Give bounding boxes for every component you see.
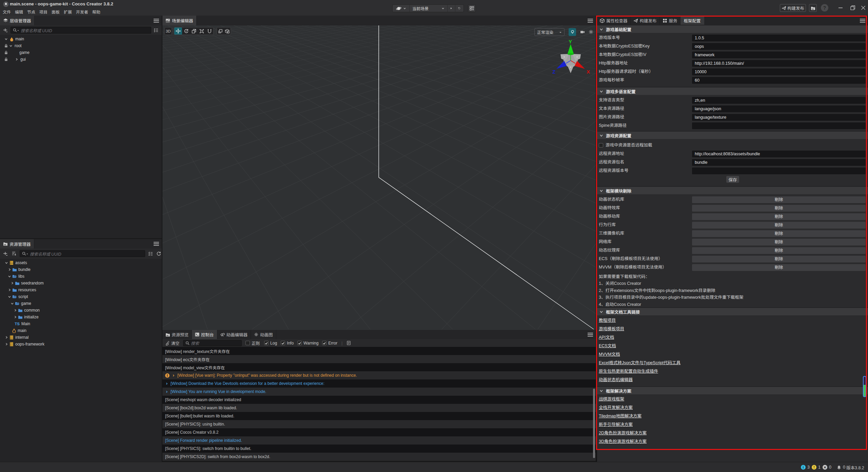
svg-text:Y: Y — [569, 39, 572, 44]
svg-text:X: X — [587, 69, 590, 75]
svg-text:Z: Z — [552, 69, 555, 75]
